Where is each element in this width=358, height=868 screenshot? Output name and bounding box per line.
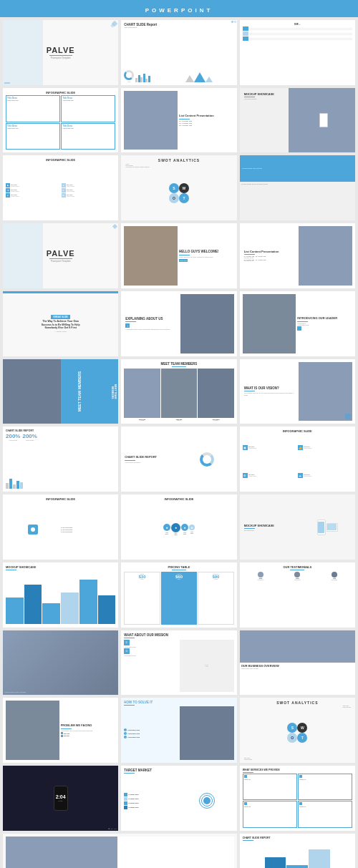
slide32-title: HOW TO SOLVE IT [124, 701, 233, 704]
slide14-title: EXPLAINING ABOUT US [125, 317, 179, 321]
slide-19-chart2: CHART SLIDE REPORT 200% Lorem ipsum 200%… [3, 426, 118, 492]
slide-32-howto: HOW TO SOLVE IT 1 Lorem ipsum solve 2 Lo… [121, 698, 236, 763]
slide-15-leader: INTRODUCING OUR LEADER Lorem ipsumLorem … [240, 291, 355, 356]
slide-38-chart4: CHART SLIDE REPORT Q1Q2Q3Q4Q5 [240, 834, 355, 868]
slide-6-mockup: MOCKUP SHOWCASE Title Description [240, 88, 355, 153]
slide-4-inf: INFOGRAPHIC SLIDE Title DescLorem ipsum … [3, 88, 118, 153]
slide22-title: INFOGRAPHIC SLIDE [6, 497, 115, 501]
slide-28-photo: Lorem ipsum dolor sit amet [3, 630, 118, 696]
slide35-title: TARGET MARKET [124, 769, 233, 772]
slide-25-mockup3: MOCKUP SHOWCASE [3, 562, 118, 628]
slide-36-services: WHAT SERVICES WE PROVIDE Service 01 Serv… [240, 766, 355, 831]
slide-18-vision: WHAT IS OUR VISION? It is a friendly tex… [240, 359, 355, 424]
slide29-title: WHAT ABOUT OUR MISSION [124, 633, 233, 637]
slide3-title: INF... [243, 23, 352, 26]
slide8-title: SWOT ANALYTICS [124, 158, 233, 162]
mountain-chart [185, 72, 234, 82]
slide17-title: MEET TEAM MEMBERS [124, 362, 233, 366]
slide-33-swot2: SWOT ANALYTICS S W O T Title DescLorem i… [240, 698, 355, 763]
slide20-donut [200, 452, 214, 467]
bar-chart [135, 72, 184, 82]
slide-10-cover2: PALVE Powerpoint Template [3, 223, 118, 288]
slide19-bars [6, 442, 115, 489]
slide-34-clock: 2:04 Monday ☎ +987 1234 [3, 766, 118, 831]
slide26-title: PRICING TABLE [124, 565, 233, 569]
slide-23-inf6: INFOGRAPHIC SLIDE ● TitleDesc ● TitleDes… [121, 494, 236, 560]
slide-5-list: List Content Presentation 01. Content Ti… [121, 88, 236, 153]
header-bar: POWERPOINT [0, 0, 358, 17]
slide38-bars [243, 842, 352, 868]
slide10-title: PALVE [47, 249, 75, 258]
slide27-title: OUR TESTIMONIALS [243, 565, 352, 569]
slide19-title: CHART SLIDE REPORT [6, 429, 115, 432]
slide15-title: INTRODUCING OUR LEADER [297, 317, 351, 321]
slide-2: CHART SLIDE Report Title Description 70% [121, 20, 236, 85]
slide-1: PALVE Powerpoint Template [3, 20, 118, 85]
slide-17-team: MEET TEAM MEMBERS John Doe Manager Jane … [121, 359, 236, 424]
slide-31-problem: PROBLEM WE FACING Lorem ipsum dolor sit … [3, 698, 118, 763]
slide5-item3: 03. Content Title [179, 125, 233, 127]
slide-24-mockup2: MOCKUP SHOWCASE Title Description [240, 494, 355, 560]
slide20-title: CHART SLIDE REPORT [125, 456, 178, 459]
slide2-deco [231, 21, 236, 23]
slide36-title: WHAT SERVICES WE PROVIDE [243, 769, 352, 771]
header-title: POWERPOINT [145, 7, 213, 14]
slide5-title: List Content Presentation [179, 114, 233, 118]
donut-chart [124, 70, 134, 80]
slide-26-pricing: PRICING TABLE Starter $30 /month Popular… [121, 562, 236, 628]
slide11-title: HELLO GUYS WELCOME! [179, 250, 233, 254]
slide21-title: INFOGRAPHIC SLIDE [243, 429, 352, 433]
slide4-title: INFOGRAPHIC SLIDE [6, 91, 115, 94]
slide6-title: MOCKUP SHOWCASE [244, 92, 351, 96]
slide19-stat1: 200% [6, 433, 20, 439]
slide-12-list2: List Content Presentation 01. Content Ti… [240, 223, 355, 288]
slide-30-business: OUR BUSINESS OVERVIEW Lorem ipsum dolor … [240, 630, 355, 696]
slide-3-inf: INF... [240, 20, 355, 85]
slide12-title: List Content Presentation [244, 250, 298, 254]
slide-9: Lorem ipsum text content Lorem ipsum dol… [240, 155, 355, 220]
slide-8-swot: SWOT ANALYTICS +65%Title DescriptionLore… [121, 155, 236, 220]
slide23-title: INFOGRAPHIC SLIDE [124, 497, 233, 501]
slide18-title: WHAT IS OUR VISION? [244, 386, 298, 390]
slide-7-inf: INFOGRAPHIC SLIDE ▶ Title DescLorem ipsu… [3, 155, 118, 220]
slide1-title: PALVE [47, 46, 75, 54]
slide13-title: BREAK SLIDE [53, 316, 67, 318]
slide1-subtitle: Powerpoint Template [47, 57, 75, 59]
slide-35-target: TARGET MARKET 01 Target Name 02 Target N… [121, 766, 236, 831]
slide-21-inf4: INFOGRAPHIC SLIDE ▣ Title DescLorem ipsu… [240, 426, 355, 492]
slide-27-testimonials: OUR TESTIMONIALS John Lorem ipsum Jane L… [240, 562, 355, 628]
slide-29-mission: WHAT ABOUT OUR MISSION ① Lorem ipsum dol… [121, 630, 236, 696]
slide19-stat2: 200% [22, 433, 37, 439]
slide24-title: MOCKUP SHOWCASE [244, 524, 301, 527]
slides-grid: PALVE Powerpoint Template CHART SLIDE Re… [0, 17, 358, 868]
slide-37-teamwork: Teamwork begins where the team work And … [3, 834, 237, 868]
slide16-title: MEET TEAM MEMBERS [77, 371, 82, 411]
slide38-title: CHART SLIDE REPORT [243, 837, 352, 839]
slide-13-break: BREAK SLIDE The Way To Achieve Your OwnS… [3, 291, 118, 356]
slide25-title: MOCKUP SHOWCASE [6, 565, 115, 569]
slide30-title: OUR BUSINESS OVERVIEW [241, 664, 354, 668]
slide7-title: INFOGRAPHIC SLIDE [6, 158, 115, 162]
slide-16-team-left: MEET TEAM MEMBERS MEET TEAMMEMBERS [3, 359, 118, 424]
slide2-subtitle: Title Description [124, 26, 233, 29]
slide-20-chart3: CHART SLIDE REPORT Lorem ipsum descripti… [121, 426, 236, 492]
slide-11-welcome: HELLO GUYS WELCOME! Lorem ipsum dolor si… [121, 223, 236, 288]
page-wrapper: POWERPOINT PALVE Powerpoint Template CHA… [0, 0, 358, 868]
slide31-title: PROBLEM WE FACING [61, 724, 115, 728]
slide-22-inf5: INFOGRAPHIC SLIDE ● Title Description ● … [3, 494, 118, 560]
slide-14-explaining: EXPLAINING ABOUT US i Lorem ipsum dolor … [121, 291, 236, 356]
slide25-bars [6, 571, 115, 625]
